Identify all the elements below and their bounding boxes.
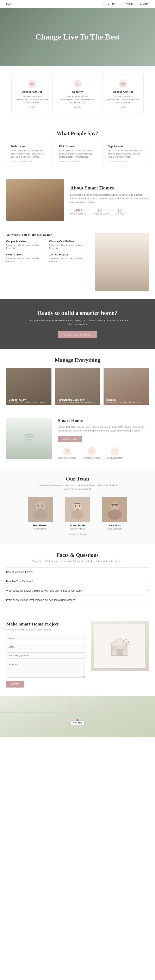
feature-icon-3: [119, 80, 127, 88]
svg-point-16: [79, 505, 80, 507]
wifi-icon: [23, 432, 35, 445]
hub-item-desc-1: Sample text. Click to select the Two Ele…: [6, 243, 46, 250]
smart-icon-circle-2: [87, 447, 96, 455]
chevron-down-icon-4: +: [147, 598, 149, 602]
svg-rect-1: [122, 83, 125, 85]
feature-more-3[interactable]: MORE: [107, 106, 139, 108]
faq-question-3: What education and/or training do you ha…: [6, 589, 83, 592]
hub-title: Your home's all-in-one display hub: [6, 233, 89, 237]
email-field[interactable]: [6, 644, 85, 650]
chevron-down-icon-1: +: [147, 570, 149, 574]
faq-item-2[interactable]: How Are Your Services? +: [6, 577, 149, 586]
svg-point-14: [71, 510, 84, 519]
hub-section: Your home's all-in-one display hub Googl…: [0, 229, 155, 299]
feature-card-1: Access Control Duis aute irure dolor in …: [11, 74, 53, 114]
contact-section: Make Smart Home Project Sample text. Cli…: [0, 613, 155, 696]
manage-card-temp: Temperature Controller Sample text. Clic…: [55, 368, 100, 406]
manage-card-label-tracking: Tracking Sample text. Click to select th…: [106, 398, 144, 403]
nav-home[interactable]: HOME PAGE: [104, 3, 119, 6]
testimonial-date-2: TUESDAY, JUNE 2020: [59, 161, 96, 162]
hub-item-title-4: 10in HD Display: [49, 253, 89, 256]
smart-home-view-more[interactable]: VIEW MORE: [58, 436, 82, 442]
form-group-phone: [6, 652, 85, 659]
team-credit: Images from Freepik: [6, 533, 149, 536]
team-card-nick: Nick Dark Lead Developer: [98, 497, 131, 530]
feature-more-2[interactable]: MORE: [61, 106, 94, 108]
faq-item-3[interactable]: What education and/or training do you ha…: [6, 586, 149, 595]
manage-section: Manage Everything Outdoor CCTV Sample te…: [0, 349, 155, 414]
hub-item-title-3: 6.5MP Camera: [6, 253, 46, 256]
team-subtitle: Ut enim ad minim veniam, quis nostrud ex…: [36, 484, 119, 491]
smart-icon-label-2: Managed Centrally: [83, 457, 100, 459]
svg-point-21: [116, 505, 118, 506]
team-name-bob: Bob Brown: [24, 524, 57, 527]
faq-subtitle: Sample text. Click to select the text bo…: [6, 560, 149, 562]
feature-title-2: Security: [61, 90, 94, 93]
svg-point-20: [112, 505, 114, 506]
manage-title: Manage Everything: [6, 357, 149, 363]
nav-about[interactable]: ABOUT COMPANY: [126, 3, 149, 6]
hub-grid: Google Assistant Sample text. Click to s…: [6, 240, 89, 263]
stat-num-2: 10+: [92, 207, 109, 213]
about-section: About Smart Homes Lorem ipsum dolor sit …: [0, 175, 155, 229]
feature-card-2: Security Duis aute irure dolor in repreh…: [57, 74, 98, 114]
faq-question-4: Prom sit amet dolor. Integer iaculis est…: [6, 598, 74, 601]
svg-point-10: [37, 505, 39, 506]
about-content: About Smart Homes Lorem ipsum dolor sit …: [70, 185, 149, 215]
hub-item-title-1: Google Assistant: [6, 240, 46, 243]
home-illustration: [108, 636, 132, 657]
features-section: Access Control Duis aute irure dolor in …: [0, 66, 155, 122]
contact-right: [91, 621, 149, 687]
contact-subtitle: Sample text. Click to select the Text El…: [6, 628, 85, 631]
map-road-v2: [109, 696, 109, 725]
phone-field[interactable]: [6, 652, 85, 659]
feature-icon-2: [73, 80, 82, 88]
hub-item-desc-3: Sample text. Click to select the Two Ele…: [6, 257, 46, 263]
avatar-bob: [28, 497, 53, 522]
feature-title-3: Access Control: [107, 90, 139, 93]
svg-point-11: [41, 505, 43, 506]
svg-rect-24: [112, 646, 117, 650]
hub-image-inner: [95, 233, 149, 291]
svg-point-19: [108, 510, 122, 520]
feature-desc-3: Duis aute irure dolor in reprehenderit i…: [107, 95, 139, 104]
manage-card-title-tracking: Tracking: [106, 398, 144, 401]
svg-rect-23: [117, 649, 123, 655]
faq-question-1: How much does it cost?: [6, 571, 32, 574]
team-grid: Bob Brown Content builder Mary Smith Chi…: [6, 497, 149, 530]
hub-item-desc-4: Sample text. Click to select the Two Ele…: [49, 257, 89, 263]
testimonial-date-3: TUESDAY, JUNE 2020: [108, 161, 144, 162]
smart-home-left: [6, 418, 52, 459]
avatar-nick: [102, 497, 127, 522]
testimonial-name-2: Nick Jhonson: [59, 145, 96, 148]
smart-home-title: Smart Home: [58, 418, 149, 423]
map-road-v1: [70, 696, 71, 737]
stat-num-3: 17: [115, 207, 124, 213]
smart-home-description: Sample text. Click to select the Two Ele…: [58, 425, 149, 433]
team-title: Our Team: [6, 476, 149, 482]
testimonial-name-3: Olga Ivanova: [108, 145, 144, 148]
team-name-mary: Mary Smith: [61, 524, 94, 527]
faq-item-1[interactable]: How much does it cost? +: [6, 567, 149, 577]
smart-home-image: [6, 418, 52, 459]
submit-button[interactable]: APPLY: [6, 681, 24, 687]
manage-card-tracking: Tracking Sample text. Click to select th…: [104, 368, 149, 406]
svg-point-4: [91, 451, 92, 452]
form-group-name: [6, 635, 85, 641]
faq-section: Facts & Questions Sample text. Click to …: [0, 544, 155, 613]
feature-desc-2: Duis aute irure dolor in reprehenderit i…: [61, 95, 94, 104]
navigation: logo HOME PAGE ABOUT COMPANY: [0, 0, 155, 8]
smart-icons: Wirelessly Connects Managed Centrally Sm…: [58, 447, 149, 459]
smart-icon-1: Wirelessly Connects: [58, 447, 77, 459]
message-field[interactable]: [6, 661, 85, 678]
name-field[interactable]: [6, 635, 85, 641]
feature-more-1[interactable]: MORE: [16, 106, 48, 108]
testimonial-text-1: Lorem ipsum dolor amet sed faucibus turp…: [11, 149, 47, 158]
cta-button[interactable]: GET FREE ESTIMATE: [58, 331, 97, 338]
faq-question-2: How Are Your Services?: [6, 580, 33, 583]
svg-rect-25: [123, 646, 127, 650]
faq-item-4[interactable]: Prom sit amet dolor. Integer iaculis est…: [6, 595, 149, 605]
testimonial-1: Stella Larson Lorem ipsum dolor amet sed…: [6, 141, 51, 167]
testimonial-2: Nick Jhonson Lorem ipsum dolor amet sed …: [55, 141, 100, 167]
svg-point-9: [33, 509, 47, 520]
